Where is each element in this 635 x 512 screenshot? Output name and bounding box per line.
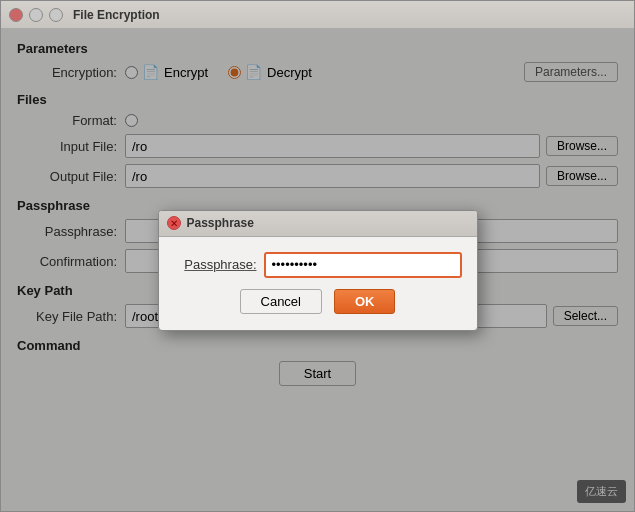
- dialog-body: Passphrase: Cancel OK: [159, 237, 477, 330]
- dialog-title: Passphrase: [187, 216, 254, 230]
- passphrase-dialog: ✕ Passphrase Passphrase: Cancel OK: [158, 210, 478, 331]
- window-title: File Encryption: [73, 8, 160, 22]
- main-window: File Encryption Parameters Encryption: 📄…: [0, 0, 635, 512]
- dialog-ok-button[interactable]: OK: [334, 289, 396, 314]
- main-content: Parameters Encryption: 📄 Encrypt 📄 Decry…: [1, 29, 634, 511]
- dialog-passphrase-label: Passphrase:: [175, 257, 265, 272]
- dialog-titlebar: ✕ Passphrase: [159, 211, 477, 237]
- close-button[interactable]: [9, 8, 23, 22]
- dialog-cancel-button[interactable]: Cancel: [240, 289, 322, 314]
- dialog-overlay: ✕ Passphrase Passphrase: Cancel OK: [1, 29, 634, 511]
- dialog-passphrase-field[interactable]: [265, 253, 461, 277]
- minimize-button[interactable]: [29, 8, 43, 22]
- maximize-button[interactable]: [49, 8, 63, 22]
- dialog-buttons: Cancel OK: [175, 289, 461, 318]
- dialog-passphrase-row: Passphrase:: [175, 253, 461, 277]
- dialog-close-button[interactable]: ✕: [167, 216, 181, 230]
- titlebar: File Encryption: [1, 1, 634, 29]
